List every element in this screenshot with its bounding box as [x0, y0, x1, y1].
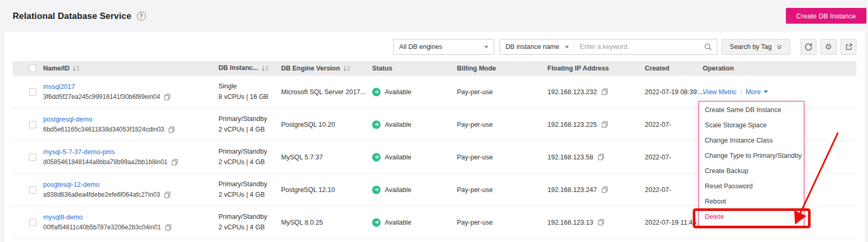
billing-mode: Pay-per-use — [457, 186, 493, 194]
sort-icon[interactable] — [262, 66, 268, 72]
column-header-status: Status — [372, 65, 392, 72]
settings-button[interactable]: ⚙ — [821, 39, 836, 55]
copy-icon[interactable] — [164, 94, 171, 100]
search-box: DB instance name — [500, 39, 717, 55]
engine-version: PostgreSQL 12.10 — [281, 186, 335, 194]
status-available-icon — [372, 88, 381, 96]
copy-icon[interactable] — [598, 219, 604, 226]
db-engine-filter-value: All DB engines — [399, 43, 442, 51]
refresh-icon — [804, 43, 813, 51]
created-time: 2022-07- — [645, 154, 671, 161]
search-by-tag-label: Search by Tag — [730, 43, 772, 51]
help-icon[interactable]: ? — [137, 12, 146, 21]
created-time: 2022-07- — [645, 186, 671, 194]
instance-class-spec: 2 vCPUs | 4 GB — [218, 125, 277, 135]
instance-name-link[interactable]: mysql8-demo — [43, 214, 83, 221]
status-label: Available — [385, 88, 412, 96]
status-available-icon — [372, 153, 381, 162]
row-ops: View Metric | More — [699, 88, 856, 96]
search-category-select[interactable]: DB instance name — [500, 39, 574, 54]
billing-mode: Pay-per-use — [457, 219, 493, 226]
row-checkbox[interactable] — [29, 154, 36, 161]
column-header-operation: Operation — [703, 65, 734, 72]
created-time: 2022-07-19 11:45:... — [645, 219, 704, 226]
keyword-input[interactable] — [574, 43, 704, 51]
sort-icon[interactable] — [73, 66, 79, 72]
instance-id: d0585461848144a8bba78b99aa2bb1b8in01 — [43, 158, 167, 166]
row-checkbox[interactable] — [29, 88, 36, 96]
instance-name-link[interactable]: mysql-5-7-37-demo-pms — [43, 148, 115, 156]
status-label: Available — [385, 154, 412, 161]
menu-item[interactable]: Create Same DB Instance — [699, 103, 804, 118]
column-header-ip: Floating IP Address — [547, 65, 609, 72]
copy-icon[interactable] — [602, 88, 608, 95]
created-time: 2022-07-19 08:39:... — [645, 88, 704, 96]
instance-name-link[interactable]: postgresql-demo — [43, 116, 92, 123]
instance-class-type: Primary/Standby — [218, 212, 277, 222]
floating-ip: 192.168.123.232 — [547, 88, 597, 96]
instance-class-spec: 2 vCPUs | 4 GB — [218, 223, 277, 233]
copy-icon[interactable] — [598, 154, 604, 160]
copy-icon[interactable] — [168, 126, 175, 133]
instance-class-type: Primary/Standby — [218, 179, 277, 189]
instance-id: 6bd5e61165c34611838d34053f1824cdin03 — [43, 126, 164, 133]
chevron-down-icon — [764, 90, 768, 93]
more-actions-menu: Create Same DB Instance Scale Storage Sp… — [699, 101, 804, 226]
toolbar: All DB engines DB instance name Search b… — [4, 32, 865, 55]
column-header-billing: Billing Mode — [457, 65, 496, 72]
menu-item[interactable]: Reset Password — [699, 179, 804, 194]
search-icon[interactable] — [704, 43, 712, 51]
search-category-value: DB instance name — [505, 43, 559, 51]
gear-icon: ⚙ — [825, 42, 832, 52]
more-link[interactable]: More — [746, 88, 768, 96]
copy-icon[interactable] — [602, 186, 608, 193]
sort-icon[interactable] — [343, 66, 350, 72]
instance-id: 3f6dd5f27ea245c99916141f30b6f89ein04 — [43, 93, 160, 100]
instance-id: 00ffaf54611c40b5b787e3206e2b3c04in01 — [43, 224, 161, 231]
floating-ip: 192.168.123.58 — [547, 154, 593, 161]
row-checkbox[interactable] — [29, 121, 36, 128]
instance-name-link[interactable]: mssql2017 — [43, 83, 75, 90]
engine-version: MySQL 5.7.37 — [281, 154, 323, 161]
double-chevron-down-icon — [776, 44, 782, 50]
menu-item[interactable]: Create Backup — [699, 164, 804, 179]
engine-version: MySQL 8.0.25 — [281, 219, 323, 226]
table-header-row: Name/ID DB Instanc... DB Engine Version — [13, 61, 856, 76]
floating-ip: 192.168.123.247 — [547, 186, 597, 194]
page-title: Relational Database Service — [13, 11, 132, 21]
copy-icon[interactable] — [172, 159, 178, 166]
select-all-checkbox[interactable] — [29, 65, 36, 72]
refresh-button[interactable] — [801, 39, 816, 55]
db-engine-filter-select[interactable]: All DB engines — [393, 39, 494, 55]
row-checkbox[interactable] — [29, 186, 36, 194]
instance-class-spec: 2 vCPUs | 4 GB — [218, 190, 277, 200]
instance-name-link[interactable]: posgtesql-12-demo — [43, 181, 99, 188]
copy-icon[interactable] — [164, 191, 171, 198]
billing-mode: Pay-per-use — [457, 154, 493, 161]
column-header-created: Created — [645, 65, 670, 72]
divider: | — [740, 88, 742, 96]
status-available-icon — [372, 120, 381, 129]
search-by-tag-button[interactable]: Search by Tag — [722, 39, 790, 55]
instance-class-spec: 8 vCPUs | 16 GB — [218, 92, 277, 102]
engine-version: PostgreSQL 10.20 — [281, 121, 335, 128]
export-icon — [845, 43, 853, 51]
instance-class-type: Primary/Standby — [218, 114, 277, 124]
copy-icon[interactable] — [165, 224, 172, 231]
status-available-icon — [372, 186, 381, 194]
billing-mode: Pay-per-use — [457, 88, 493, 96]
row-checkbox[interactable] — [29, 219, 36, 226]
menu-item[interactable]: Change Instance Class — [699, 133, 804, 148]
copy-icon[interactable] — [602, 121, 608, 128]
billing-mode: Pay-per-use — [457, 121, 493, 128]
menu-item-delete[interactable]: Delete — [699, 209, 804, 225]
floating-ip: 192.168.123.225 — [547, 121, 597, 128]
view-metric-link[interactable]: View Metric — [703, 88, 736, 96]
menu-item[interactable]: Scale Storage Space — [699, 118, 804, 133]
create-db-instance-button[interactable]: Create DB Instance — [786, 8, 866, 24]
floating-ip: 192.168.123.13 — [547, 219, 593, 226]
column-header-db-instance: DB Instanc... — [218, 63, 258, 73]
menu-item[interactable]: Change Type to Primary/Standby — [699, 148, 804, 164]
export-button[interactable] — [841, 39, 856, 55]
menu-item[interactable]: Reboot — [699, 194, 804, 209]
